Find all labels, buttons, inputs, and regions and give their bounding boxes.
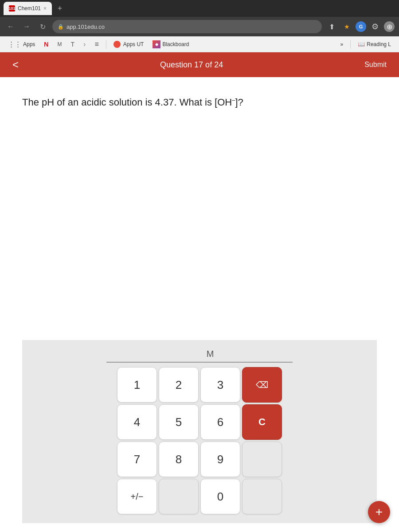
- apps-ut-icon: [113, 41, 121, 48]
- url-input[interactable]: 🔒 app.101edu.co: [52, 20, 322, 33]
- bookmark-star-button[interactable]: ★: [340, 20, 353, 33]
- key-empty-3: [242, 479, 282, 514]
- apps-label: Apps: [23, 41, 35, 47]
- key-3[interactable]: 3: [200, 367, 240, 403]
- netflix-icon: N: [44, 41, 48, 48]
- bookmarks-netflix-item[interactable]: N: [40, 39, 52, 49]
- blackboard-icon: ◆: [153, 40, 160, 48]
- key-clear[interactable]: C: [242, 404, 282, 440]
- reading-label: Reading L: [367, 41, 391, 47]
- key-6[interactable]: 6: [200, 404, 240, 440]
- bookmarks-blackboard-item[interactable]: ◆ Blackboard: [149, 39, 192, 50]
- calc-underline: [106, 362, 293, 363]
- quiz-submit-button[interactable]: Submit: [361, 59, 390, 70]
- browser-chrome: 101 Chem101 × + ← → ↻ 🔒 app.101edu.co ⬆ …: [0, 0, 399, 52]
- reading-icon: 📖: [358, 41, 365, 47]
- keypad: 1 2 3 ⌫ 4 5 6 C 7 8 9 +/−: [117, 367, 282, 514]
- key-plus-minus[interactable]: +/−: [117, 479, 157, 514]
- key-7[interactable]: 7: [117, 442, 157, 477]
- tab-favicon: 101: [9, 5, 15, 12]
- extensions-button[interactable]: ⚙: [369, 20, 381, 33]
- address-bar: ← → ↻ 🔒 app.101edu.co ⬆ ★ G ⚙ ⊕: [0, 17, 399, 36]
- share-button[interactable]: ⬆: [325, 20, 338, 33]
- calculator-section: M 1 2 3 ⌫ 4 5 6 C: [22, 340, 377, 523]
- bookmarks-t-item[interactable]: T: [67, 39, 78, 49]
- tab-title: Chem101: [18, 5, 41, 12]
- bookmarks-list-item[interactable]: ≡: [91, 39, 102, 50]
- blackboard-label: Blackboard: [162, 41, 189, 47]
- tab-bar: 101 Chem101 × +: [0, 0, 399, 17]
- mail-icon: M: [57, 41, 62, 47]
- forward-button[interactable]: →: [20, 20, 33, 33]
- more-chevron-icon: »: [340, 41, 344, 47]
- key-4[interactable]: 4: [117, 404, 157, 440]
- t-icon: T: [70, 41, 74, 48]
- bookmarks-arrow-item[interactable]: ›: [80, 39, 89, 50]
- key-backspace[interactable]: ⌫: [242, 367, 282, 403]
- tab-close-button[interactable]: ×: [43, 5, 47, 12]
- quiz-progress: Question 17 of 24: [160, 60, 223, 70]
- bookmarks-reading-item[interactable]: 📖 Reading L: [354, 39, 395, 49]
- reload-button[interactable]: ↻: [36, 20, 49, 33]
- list-icon: ≡: [94, 40, 98, 48]
- key-empty-2: [159, 479, 199, 514]
- apps-ut-label: Apps UT: [123, 41, 144, 47]
- bookmarks-divider: [106, 40, 106, 49]
- key-5[interactable]: 5: [159, 404, 199, 440]
- calc-display: M: [106, 349, 293, 363]
- quiz-back-button[interactable]: <: [9, 57, 22, 73]
- bookmarks-more-button[interactable]: »: [337, 40, 347, 49]
- browser-actions: ⬆ ★ G ⚙ ⊕: [325, 20, 395, 33]
- account-button[interactable]: ⊕: [384, 21, 395, 32]
- add-button[interactable]: +: [368, 501, 390, 523]
- new-tab-button[interactable]: +: [54, 2, 66, 15]
- bookmarks-apps-item[interactable]: ⋮⋮ Apps: [4, 39, 39, 50]
- calc-input-row: M: [106, 349, 293, 360]
- key-9[interactable]: 9: [200, 442, 240, 477]
- bookmarks-mail-item[interactable]: M: [54, 40, 65, 49]
- user-profile-button[interactable]: G: [356, 21, 366, 32]
- key-8[interactable]: 8: [159, 442, 199, 477]
- key-0[interactable]: 0: [200, 479, 240, 514]
- bookmarks-apps-ut-item[interactable]: Apps UT: [110, 39, 148, 49]
- question-text: The pH of an acidic solution is 4.37. Wh…: [22, 95, 377, 110]
- calc-display-area: M: [31, 349, 368, 363]
- key-2[interactable]: 2: [159, 367, 199, 403]
- key-empty-1: [242, 442, 282, 477]
- app-content: < Question 17 of 24 Submit The pH of an …: [0, 52, 399, 532]
- arrow-icon: ›: [83, 40, 86, 48]
- quiz-body: The pH of an acidic solution is 4.37. Wh…: [0, 77, 399, 532]
- url-text: app.101edu.co: [66, 23, 105, 30]
- active-tab[interactable]: 101 Chem101 ×: [4, 2, 52, 15]
- calc-input-unit: M: [207, 349, 214, 359]
- quiz-header: < Question 17 of 24 Submit: [0, 52, 399, 77]
- bookmarks-bar: ⋮⋮ Apps N M T › ≡ Apps UT ◆ Blackboard »: [0, 36, 399, 52]
- back-button[interactable]: ←: [4, 20, 17, 33]
- keypad-area: 1 2 3 ⌫ 4 5 6 C 7 8 9 +/−: [31, 367, 368, 514]
- security-lock-icon: 🔒: [58, 24, 64, 30]
- bookmarks-divider2: [350, 40, 351, 49]
- key-1[interactable]: 1: [117, 367, 157, 403]
